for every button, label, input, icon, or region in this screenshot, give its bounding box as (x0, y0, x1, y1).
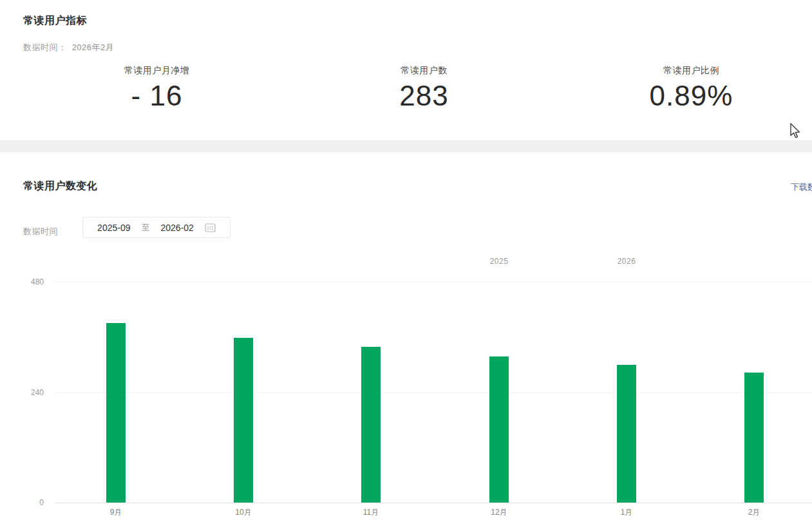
metric-net-increase: 常读用户月净增 - 16 (23, 65, 290, 111)
chart-bar-1月[interactable] (617, 365, 636, 503)
x-axis-label: 1月 (601, 507, 652, 518)
year-marker: 2026 (601, 257, 652, 266)
data-time-label: 数据时间： (23, 42, 67, 52)
x-axis-label: 12月 (473, 507, 525, 518)
metrics-card: 常读用户指标 数据时间： 2026年2月 常读用户月净增 - 16 常读用户数 … (0, 0, 812, 140)
data-time-value: 2026年2月 (72, 42, 115, 52)
gridline (55, 393, 812, 393)
x-axis-label: 9月 (90, 507, 142, 518)
y-axis-tick: 240 (18, 388, 44, 397)
chart-card: 常读用户数变化 下载数据 数据时间 2025-09 至 2026-02 0240… (0, 153, 812, 527)
metric-reader-count: 常读用户数 283 (290, 65, 558, 111)
metric-label: 常读用户月净增 (23, 65, 290, 77)
gridline (55, 282, 812, 282)
bar-chart: 02404809月10月11月12月1月2月20252026 (0, 153, 812, 527)
metric-value: 0.89% (558, 80, 812, 111)
metric-value: 283 (290, 80, 558, 111)
chart-bar-11月[interactable] (361, 347, 381, 503)
year-marker: 2025 (473, 257, 525, 266)
chart-bar-2月[interactable] (744, 373, 764, 503)
metric-value: - 16 (23, 80, 290, 111)
analytics-page: 常读用户指标 数据时间： 2026年2月 常读用户月净增 - 16 常读用户数 … (0, 0, 812, 527)
x-axis-label: 10月 (218, 507, 269, 518)
metrics-row: 常读用户月净增 - 16 常读用户数 283 常读用户比例 0.89% (23, 65, 812, 111)
section-divider (0, 140, 812, 153)
chart-bar-9月[interactable] (106, 323, 126, 503)
y-axis-tick: 480 (18, 277, 44, 286)
metric-reader-ratio: 常读用户比例 0.89% (558, 65, 812, 111)
data-time: 数据时间： 2026年2月 (23, 42, 114, 53)
metric-label: 常读用户比例 (558, 65, 812, 77)
x-axis-label: 2月 (728, 507, 780, 518)
chart-bar-12月[interactable] (489, 356, 509, 503)
mouse-cursor (789, 123, 801, 142)
chart-bar-10月[interactable] (234, 338, 253, 503)
metric-label: 常读用户数 (290, 65, 558, 77)
metrics-card-title: 常读用户指标 (23, 14, 87, 28)
x-axis-line (55, 503, 812, 503)
y-axis-tick: 0 (18, 498, 44, 507)
x-axis-label: 11月 (345, 507, 397, 518)
